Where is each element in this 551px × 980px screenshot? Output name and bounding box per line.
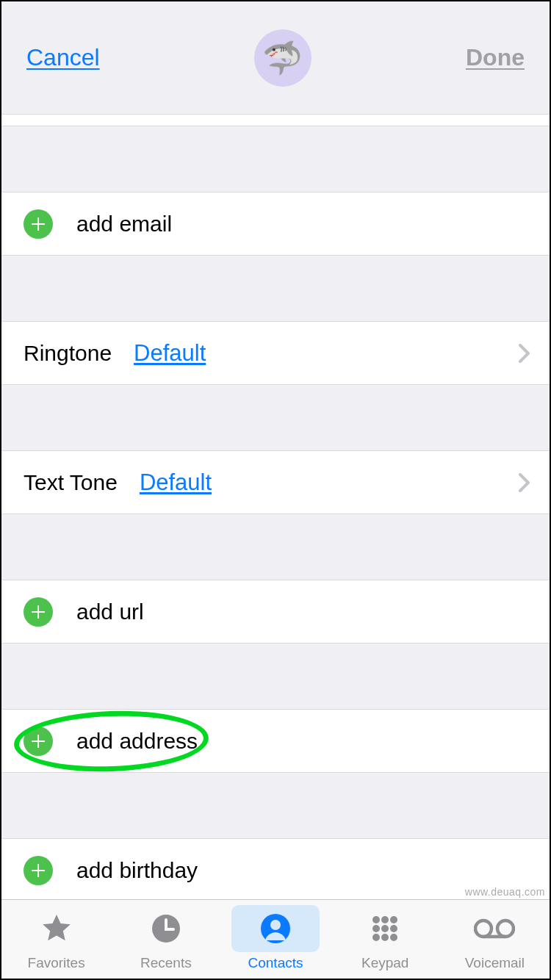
watermark: www.deuaq.com bbox=[465, 886, 545, 898]
tab-voicemail-label: Voicemail bbox=[465, 955, 525, 971]
ringtone-label: Ringtone bbox=[24, 341, 112, 366]
svg-point-2 bbox=[270, 920, 281, 930]
texttone-row[interactable]: Text Tone Default bbox=[1, 451, 550, 514]
tab-contacts[interactable]: Contacts bbox=[220, 900, 330, 979]
svg-point-8 bbox=[390, 925, 397, 932]
cancel-button[interactable]: Cancel bbox=[26, 44, 100, 71]
add-address-row[interactable]: add address bbox=[1, 710, 550, 773]
tab-recents[interactable]: Recents bbox=[111, 900, 220, 979]
svg-point-7 bbox=[381, 925, 389, 932]
svg-point-6 bbox=[372, 925, 380, 932]
texttone-value: Default bbox=[140, 469, 212, 496]
voicemail-icon bbox=[474, 918, 515, 940]
contact-edit-list: add email Ringtone Default Text Tone Def… bbox=[1, 115, 550, 899]
contact-avatar[interactable]: 🦈 bbox=[254, 29, 311, 87]
svg-point-4 bbox=[381, 916, 389, 923]
section-gap bbox=[1, 256, 550, 322]
section-gap bbox=[1, 385, 550, 451]
ringtone-row[interactable]: Ringtone Default bbox=[1, 322, 550, 385]
previous-section-edge bbox=[1, 115, 550, 126]
add-address-label: add address bbox=[76, 729, 198, 754]
svg-point-3 bbox=[372, 916, 380, 923]
chevron-right-icon bbox=[519, 344, 530, 363]
plus-icon bbox=[24, 597, 53, 627]
phone-tab-bar: Favorites Recents Contacts Keypad bbox=[1, 899, 550, 979]
svg-point-10 bbox=[381, 934, 389, 941]
tab-keypad[interactable]: Keypad bbox=[331, 900, 440, 979]
tab-keypad-label: Keypad bbox=[361, 955, 408, 971]
tab-favorites-label: Favorites bbox=[28, 955, 85, 971]
add-birthday-label: add birthday bbox=[76, 858, 198, 883]
svg-point-11 bbox=[390, 934, 397, 941]
section-gap bbox=[1, 773, 550, 839]
tab-contacts-label: Contacts bbox=[248, 955, 303, 971]
clock-icon bbox=[151, 913, 181, 944]
add-email-label: add email bbox=[76, 212, 172, 237]
keypad-icon bbox=[370, 913, 400, 944]
section-gap bbox=[1, 126, 550, 192]
avatar-emoji: 🦈 bbox=[262, 39, 303, 77]
done-button[interactable]: Done bbox=[466, 44, 525, 71]
plus-icon bbox=[24, 209, 53, 239]
add-url-label: add url bbox=[76, 599, 144, 624]
add-email-row[interactable]: add email bbox=[1, 192, 550, 256]
contacts-icon bbox=[260, 913, 291, 944]
section-gap bbox=[1, 644, 550, 710]
texttone-label: Text Tone bbox=[24, 470, 118, 495]
plus-icon bbox=[24, 727, 53, 756]
section-gap bbox=[1, 514, 550, 580]
svg-point-12 bbox=[475, 920, 491, 937]
add-url-row[interactable]: add url bbox=[1, 580, 550, 644]
star-icon bbox=[40, 912, 73, 945]
svg-point-5 bbox=[390, 916, 397, 923]
tab-recents-label: Recents bbox=[140, 955, 192, 971]
tab-favorites[interactable]: Favorites bbox=[1, 900, 111, 979]
ringtone-value: Default bbox=[134, 340, 206, 367]
tab-voicemail[interactable]: Voicemail bbox=[440, 900, 550, 979]
svg-point-13 bbox=[497, 920, 514, 937]
chevron-right-icon bbox=[519, 473, 530, 492]
edit-contact-header: Cancel 🦈 Done bbox=[1, 1, 550, 115]
svg-point-9 bbox=[372, 934, 380, 941]
plus-icon bbox=[24, 856, 53, 885]
